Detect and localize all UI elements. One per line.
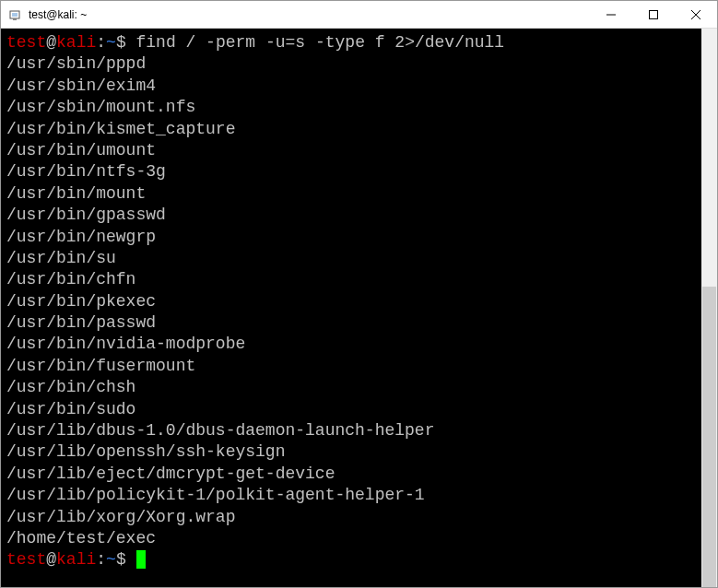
terminal[interactable]: test@kali:~$ find / -perm -u=s -type f 2… xyxy=(1,29,701,587)
prompt-user: test xyxy=(6,33,46,52)
prompt-path: ~ xyxy=(106,550,116,569)
output-line: /usr/lib/dbus-1.0/dbus-daemon-launch-hel… xyxy=(6,420,696,441)
output-line: /usr/bin/fusermount xyxy=(6,356,696,377)
prompt-symbol: $ xyxy=(116,33,126,52)
prompt-symbol: $ xyxy=(116,550,126,569)
titlebar: test@kali: ~ xyxy=(1,1,717,29)
prompt-colon: : xyxy=(96,550,106,569)
output-line: /usr/lib/eject/dmcrypt-get-device xyxy=(6,464,696,485)
scrollbar[interactable] xyxy=(701,29,717,587)
output-line: /usr/bin/chsh xyxy=(6,377,696,398)
prompt-line: test@kali:~$ xyxy=(6,549,696,570)
output-line: /usr/sbin/pppd xyxy=(6,53,696,75)
prompt-colon: : xyxy=(96,33,106,52)
output-line: /usr/bin/umount xyxy=(6,140,696,161)
output-line: /usr/bin/sudo xyxy=(6,399,696,420)
output-line: /usr/lib/policykit-1/polkit-agent-helper… xyxy=(6,485,696,506)
output-line: /usr/bin/chfn xyxy=(6,269,696,290)
output-line: /usr/lib/xorg/Xorg.wrap xyxy=(6,507,696,528)
window-title: test@kali: ~ xyxy=(29,8,87,21)
output-line: /usr/bin/gpasswd xyxy=(6,205,696,226)
output-line: /usr/bin/nvidia-modprobe xyxy=(6,334,696,355)
output-line: /usr/sbin/mount.nfs xyxy=(6,97,696,118)
window-controls xyxy=(590,1,717,28)
putty-icon xyxy=(8,7,23,22)
prompt-user: test xyxy=(6,550,46,569)
prompt-path: ~ xyxy=(106,33,116,52)
command-text: find / -perm -u=s -type f 2>/dev/null xyxy=(136,33,505,52)
titlebar-left: test@kali: ~ xyxy=(8,7,87,22)
output-line: /usr/bin/passwd xyxy=(6,312,696,334)
output-line: /usr/sbin/exim4 xyxy=(6,76,696,97)
prompt-host: kali xyxy=(56,33,96,52)
output-line: /home/test/exec xyxy=(6,528,696,549)
svg-rect-1 xyxy=(12,13,18,17)
prompt-host: kali xyxy=(56,550,96,569)
output-line: /usr/bin/pkexec xyxy=(6,291,696,312)
output-line: /usr/bin/su xyxy=(6,248,696,269)
minimize-button[interactable] xyxy=(590,1,632,28)
prompt-at: @ xyxy=(46,33,56,52)
svg-rect-4 xyxy=(650,10,658,18)
output-line: /usr/bin/mount xyxy=(6,183,696,205)
prompt-line: test@kali:~$ find / -perm -u=s -type f 2… xyxy=(6,32,696,53)
terminal-container: test@kali:~$ find / -perm -u=s -type f 2… xyxy=(1,29,717,587)
output-line: /usr/bin/newgrp xyxy=(6,227,696,248)
cursor xyxy=(136,550,146,569)
output-line: /usr/lib/openssh/ssh-keysign xyxy=(6,441,696,463)
terminal-window: test@kali: ~ test@kali:~$ find / -perm -… xyxy=(0,0,718,588)
scrollbar-thumb[interactable] xyxy=(702,287,716,587)
close-button[interactable] xyxy=(675,1,717,28)
prompt-at: @ xyxy=(46,550,56,569)
output-line: /usr/bin/kismet_capture xyxy=(6,119,696,140)
maximize-button[interactable] xyxy=(632,1,675,28)
svg-rect-2 xyxy=(13,18,17,20)
output-line: /usr/bin/ntfs-3g xyxy=(6,161,696,182)
